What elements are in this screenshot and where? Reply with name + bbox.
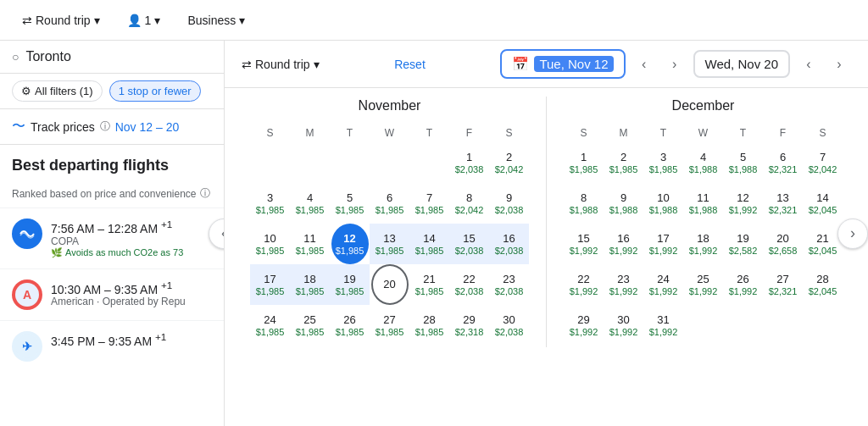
- airline-logo-svg: ✈: [15, 335, 39, 358]
- calendar-day[interactable]: 22$1,992: [564, 264, 604, 305]
- calendar-day[interactable]: 21$2,045: [803, 224, 843, 264]
- calendar-day[interactable]: 17$1,992: [643, 224, 683, 264]
- calendar-day[interactable]: 2$1,985: [604, 142, 643, 183]
- depart-prev-button[interactable]: ‹: [632, 53, 656, 76]
- calendar-day[interactable]: 28$2,045: [803, 264, 843, 305]
- person-icon: 👤: [127, 14, 142, 27]
- flight-item[interactable]: 7:56 AM – 12:28 AM +1 COPA 🌿 Avoids as m…: [0, 207, 224, 268]
- calendar-day[interactable]: 19$1,985: [330, 264, 370, 305]
- day-number: 30: [617, 313, 629, 327]
- return-next-button[interactable]: ›: [827, 53, 851, 76]
- calendar-day[interactable]: 9$1,988: [604, 183, 643, 224]
- calendar-day[interactable]: 3$1,985: [643, 142, 683, 183]
- calendar-day[interactable]: 27$1,985: [370, 305, 409, 346]
- calendar-day[interactable]: 25$1,992: [683, 264, 723, 305]
- calendar-day[interactable]: 23$1,992: [604, 264, 643, 305]
- calendar-day[interactable]: 31$1,992: [643, 305, 683, 346]
- calendar-day[interactable]: 6$1,985: [370, 183, 409, 224]
- calendar-day[interactable]: 29$2,318: [449, 305, 489, 346]
- calendar-day[interactable]: 18$1,992: [683, 224, 723, 264]
- calendar-day[interactable]: 1$2,038: [449, 142, 489, 183]
- calendar-day[interactable]: 16$2,038: [489, 224, 529, 264]
- calendar-day[interactable]: 26$1,992: [723, 264, 763, 305]
- day-number: 16: [617, 232, 629, 246]
- calendar-day[interactable]: 25$1,985: [290, 305, 330, 346]
- calendar-day[interactable]: 18$1,985: [290, 264, 330, 305]
- calendar-day[interactable]: 10$1,988: [643, 183, 683, 224]
- calendar-day[interactable]: 14$1,985: [409, 224, 449, 264]
- calendar-day[interactable]: 12$1,985: [331, 224, 369, 264]
- november-calendar: November SMTWTFS1$2,0382$2,0423$1,9854$1…: [233, 88, 546, 356]
- day-number: 23: [503, 273, 515, 286]
- calendar-day[interactable]: 20$2,658: [763, 224, 803, 264]
- calendar-day[interactable]: 22$2,038: [449, 264, 489, 305]
- calendar-day[interactable]: 4$1,985: [290, 183, 330, 224]
- calendar-day[interactable]: 17$1,985: [250, 264, 290, 305]
- calendar-day[interactable]: 24$1,985: [250, 305, 290, 346]
- stop-filter-chip[interactable]: 1 stop or fewer: [109, 80, 201, 102]
- calendar-day[interactable]: 27$2,321: [763, 264, 803, 305]
- calendar-day[interactable]: 11$1,988: [683, 183, 723, 224]
- copa-logo: [15, 222, 39, 246]
- calendar-day[interactable]: 1$1,985: [564, 142, 604, 183]
- calendar-day[interactable]: 15$2,038: [449, 224, 489, 264]
- flight-item[interactable]: A 10:30 AM – 9:35 AM +1 American · Opera…: [0, 268, 224, 320]
- round-trip-button[interactable]: ⇄ Round trip ▾: [14, 8, 108, 32]
- calendar-day[interactable]: 5$1,988: [723, 142, 763, 183]
- calendar-day[interactable]: 19$2,582: [723, 224, 763, 264]
- calendar-day[interactable]: 13$1,985: [370, 224, 409, 264]
- day-number: 18: [697, 232, 709, 246]
- day-number: 19: [737, 232, 748, 246]
- return-date-box[interactable]: Wed, Nov 20: [693, 50, 790, 78]
- calendar-day[interactable]: 23$2,038: [489, 264, 529, 305]
- roundtrip-selector[interactable]: ⇄ Round trip ▾: [242, 58, 320, 71]
- calendar-day[interactable]: 3$1,985: [250, 183, 290, 224]
- calendar-day[interactable]: 21$1,985: [409, 264, 449, 305]
- calendar-day[interactable]: 7$2,042: [803, 142, 843, 183]
- day-number: 31: [657, 313, 669, 327]
- all-filters-chip[interactable]: ⚙ All filters (1): [12, 80, 103, 102]
- calendar-day[interactable]: 30$2,038: [489, 305, 529, 346]
- day-price: $2,045: [809, 205, 837, 215]
- return-prev-button[interactable]: ‹: [797, 53, 821, 76]
- calendar-day[interactable]: 13$2,321: [763, 183, 803, 224]
- calendar-day[interactable]: 16$1,992: [604, 224, 643, 264]
- class-button[interactable]: Business ▾: [179, 8, 253, 32]
- day-price: $1,985: [256, 327, 285, 337]
- day-number: 1: [466, 151, 472, 164]
- flight-item[interactable]: ✈ 3:45 PM – 9:35 AM +1: [0, 320, 224, 372]
- calendars-container: November SMTWTFS1$2,0382$2,0423$1,9854$1…: [225, 88, 868, 356]
- search-input[interactable]: [25, 49, 212, 64]
- calendar-day[interactable]: 4$1,988: [683, 142, 723, 183]
- calendar-day[interactable]: 8$1,988: [564, 183, 604, 224]
- calendar-day[interactable]: 20: [371, 264, 409, 305]
- calendar-day[interactable]: 9$2,038: [489, 183, 529, 224]
- reset-button[interactable]: Reset: [394, 58, 426, 71]
- calendar-day[interactable]: 15$1,992: [564, 224, 604, 264]
- calendar-day[interactable]: 30$1,992: [604, 305, 643, 346]
- calendar-day[interactable]: 10$1,985: [250, 224, 290, 264]
- calendar-day[interactable]: 14$2,045: [803, 183, 843, 224]
- calendar-day[interactable]: 24$1,992: [643, 264, 683, 305]
- info-icon: ⓘ: [200, 186, 210, 201]
- calendar-next-button[interactable]: ›: [837, 219, 868, 249]
- calendar-day[interactable]: 28$1,985: [409, 305, 449, 346]
- depart-next-button[interactable]: ›: [663, 53, 687, 76]
- calendar-day[interactable]: 2$2,042: [489, 142, 529, 183]
- calendar-day[interactable]: 5$1,985: [330, 183, 370, 224]
- calendar-day[interactable]: 8$2,042: [449, 183, 489, 224]
- search-bar: ○: [0, 41, 224, 74]
- calendar-day[interactable]: 6$2,321: [763, 142, 803, 183]
- depart-date-box[interactable]: 📅 Tue, Nov 12: [500, 49, 625, 79]
- passengers-button[interactable]: 👤 1 ▾: [119, 8, 170, 32]
- calendar-day[interactable]: 12$1,992: [723, 183, 763, 224]
- calendar-day[interactable]: 11$1,985: [290, 224, 330, 264]
- empty-cell: [330, 142, 370, 183]
- calendar-day[interactable]: 26$1,985: [330, 305, 370, 346]
- day-price: $2,042: [455, 205, 484, 215]
- day-price: $1,992: [649, 286, 678, 296]
- calendar-day[interactable]: 7$1,985: [409, 183, 449, 224]
- calendar-day[interactable]: 29$1,992: [564, 305, 604, 346]
- track-prices-label: Track prices: [31, 120, 95, 134]
- day-number: 12: [343, 232, 355, 246]
